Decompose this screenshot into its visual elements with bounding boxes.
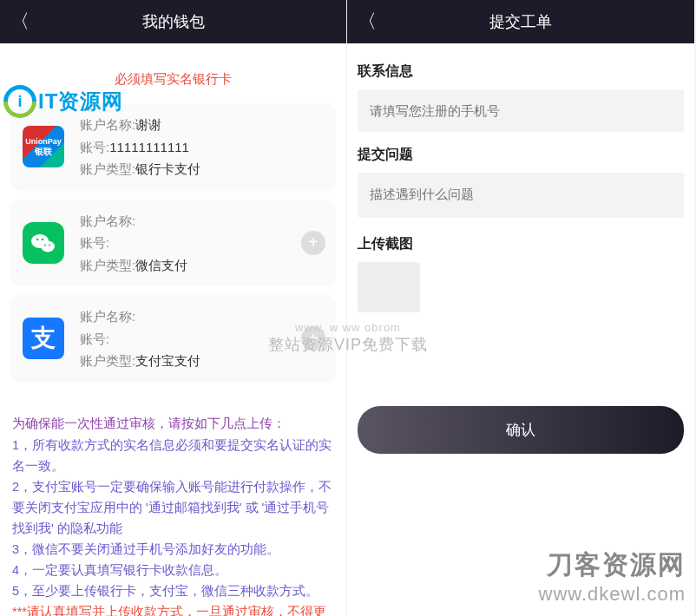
name-label: 账户名称: <box>80 309 135 324</box>
back-icon[interactable]: 〈 <box>358 9 377 35</box>
logo-ring-icon: i <box>0 78 43 125</box>
note-item: 2，支付宝账号一定要确保输入账号能进行付款操作，不要关闭支付宝应用中的 '通过邮… <box>12 477 334 540</box>
number-label: 账号: <box>80 235 109 250</box>
watermark-logo: i IT资源网 <box>3 85 123 118</box>
upload-button[interactable] <box>358 262 420 312</box>
alipay-icon: 支 <box>23 318 64 359</box>
type-label: 账户类型: <box>80 258 135 272</box>
note-cutoff: ***请认真填写并上传收款方式，一旦通过审核，不得更 <box>12 602 334 616</box>
note-item: 3，微信不要关闭通过手机号添加好友的功能。 <box>12 540 334 560</box>
ticket-form: 联系信息 提交问题 上传截图 确认 <box>347 43 694 464</box>
number-label: 账号: <box>80 331 109 346</box>
number-label: 账号: <box>80 140 109 154</box>
note-item: 4，一定要认真填写银行卡收款信息。 <box>12 560 334 581</box>
ticket-screen: 〈 提交工单 联系信息 提交问题 上传截图 确认 <box>347 0 694 616</box>
svg-point-2 <box>36 238 39 240</box>
payment-info: 账户名称: 账号: 账户类型:支付宝支付 <box>80 305 324 372</box>
type-value: 银行卡支付 <box>135 161 200 176</box>
header: 〈 我的钱包 <box>0 0 346 43</box>
contact-label: 联系信息 <box>358 62 684 81</box>
payment-method-alipay[interactable]: 支 账户名称: 账号: 账户类型:支付宝支付 + <box>10 295 336 383</box>
notes-intro: 为确保能一次性通过审核，请按如下几点上传： <box>12 414 334 435</box>
name-label: 账户名称: <box>80 117 135 132</box>
add-icon[interactable]: + <box>301 326 325 351</box>
payment-method-wechat[interactable]: 账户名称: 账号: 账户类型:微信支付 + <box>10 200 336 287</box>
note-item: 1，所有收款方式的实名信息必须和要提交实名认证的实名一致。 <box>12 436 334 477</box>
payment-info: 账户名称:谢谢 账号:11111111111 账户类型:银行卡支付 <box>80 114 324 180</box>
svg-point-4 <box>44 244 46 246</box>
logo-text: IT资源网 <box>38 88 123 115</box>
confirm-button[interactable]: 确认 <box>358 406 684 454</box>
phone-input[interactable] <box>358 89 684 132</box>
name-label: 账户名称: <box>80 213 135 228</box>
page-title: 提交工单 <box>347 11 694 32</box>
header: 〈 提交工单 <box>347 0 694 43</box>
question-label: 提交问题 <box>358 146 684 164</box>
add-icon[interactable]: + <box>301 231 325 255</box>
payment-info: 账户名称: 账号: 账户类型:微信支付 <box>80 210 324 277</box>
notes-section: 为确保能一次性通过审核，请按如下几点上传： 1，所有收款方式的实名信息必须和要提… <box>0 402 346 617</box>
number-value: 11111111111 <box>109 140 189 154</box>
svg-point-1 <box>41 240 55 252</box>
wechat-icon <box>23 222 64 264</box>
name-value: 谢谢 <box>135 117 161 132</box>
type-label: 账户类型: <box>80 353 135 368</box>
back-icon[interactable]: 〈 <box>10 9 30 35</box>
svg-point-3 <box>42 238 44 240</box>
note-item: 5，至少要上传银行卡，支付宝，微信三种收款方式。 <box>12 581 334 602</box>
svg-point-5 <box>49 244 50 246</box>
type-value: 支付宝支付 <box>135 353 200 368</box>
page-title: 我的钱包 <box>0 11 346 32</box>
question-textarea[interactable] <box>358 173 684 218</box>
upload-label: 上传截图 <box>358 235 684 253</box>
unionpay-icon: UnionPay银联 <box>23 126 64 167</box>
type-value: 微信支付 <box>135 258 187 272</box>
type-label: 账户类型: <box>80 161 135 176</box>
